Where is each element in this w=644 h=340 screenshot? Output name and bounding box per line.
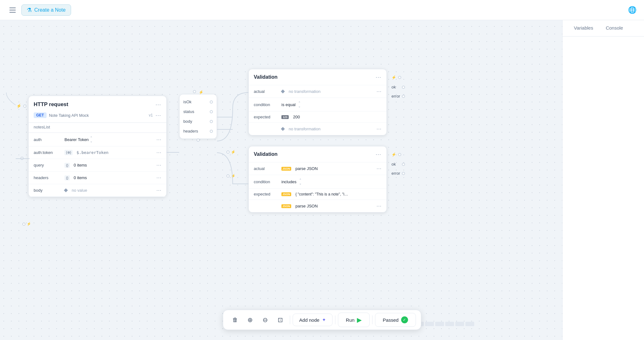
fit-button[interactable]: ⊡ xyxy=(274,313,287,327)
mini-btn-6[interactable] xyxy=(465,322,474,326)
passed-status: Passed ✓ xyxy=(375,313,416,327)
headers-icon: {} xyxy=(64,175,70,180)
toolbar-divider-3 xyxy=(372,315,372,324)
middle-row-isok: isOk xyxy=(180,97,217,107)
headers-value: 0 items xyxy=(74,175,154,180)
globe-icon[interactable]: 🌐 xyxy=(628,6,636,14)
middle-row-status: status xyxy=(180,107,217,116)
mid-lightning-left-1: ⚡ xyxy=(231,150,236,154)
middle-top-connectors: ⚡ xyxy=(193,90,203,94)
val2-error-circle xyxy=(402,172,405,175)
val1-condition-value[interactable]: is equal ⌃⌄ xyxy=(281,101,381,108)
app-title-button[interactable]: ⚗ Create a Note xyxy=(21,4,71,16)
mini-btn-2[interactable] xyxy=(425,322,434,326)
status-label: status xyxy=(183,109,194,114)
mini-btn-3[interactable] xyxy=(435,322,444,326)
sidebar-toggle[interactable] xyxy=(8,5,18,15)
tab-variables[interactable]: Variables xyxy=(568,20,599,36)
val2-actual-icon: JSON xyxy=(281,167,291,171)
validation-node-1: Validation ⋯ actual no transformation ⋯ … xyxy=(248,69,387,135)
auth-select-arrow: ⌃⌄ xyxy=(90,136,92,143)
val2-actual-label: actual xyxy=(254,166,279,171)
middle-bottom-circle xyxy=(197,137,200,143)
mini-btn-4[interactable] xyxy=(445,322,454,326)
val1-menu[interactable]: ⋯ xyxy=(375,74,381,81)
val1-transform-menu[interactable]: ⋯ xyxy=(376,126,381,132)
http-endpoint: notesList xyxy=(29,123,166,133)
run-button[interactable]: Run ▶ xyxy=(338,313,370,327)
headers-circle xyxy=(210,130,213,133)
zoom-out-button[interactable]: ⊖ xyxy=(258,313,272,327)
http-left-connectors: ⚡ xyxy=(22,222,31,226)
http-subtitle-menu[interactable]: ⋯ xyxy=(155,112,161,119)
val1-transform-icon xyxy=(281,127,285,131)
authtoken-menu[interactable]: ⋯ xyxy=(156,150,161,156)
val1-ok-circle xyxy=(402,86,405,89)
val2-actual-row: actual JSON parse JSON ⋯ xyxy=(249,162,386,175)
val2-condition-value[interactable]: includes ⌃⌄ xyxy=(281,178,381,185)
http-headers-row: headers {} 0 items ⋯ xyxy=(29,172,166,184)
body-icon xyxy=(64,188,68,192)
topbar: ⚗ Create a Note 🌐 xyxy=(0,0,644,20)
val1-actual-row: actual no transformation ⋯ xyxy=(249,85,386,98)
left-conn-1 xyxy=(22,223,25,226)
left-circle-bottom xyxy=(20,157,24,160)
http-node-menu[interactable]: ⋯ xyxy=(155,101,161,108)
val2-actual-menu[interactable]: ⋯ xyxy=(376,166,381,172)
val1-expected-label: expected xyxy=(254,115,279,119)
svg-rect-0 xyxy=(9,8,16,8)
val1-expected-icon: 123 xyxy=(281,115,289,119)
val1-condition-row: condition is equal ⌃⌄ xyxy=(249,98,386,111)
add-node-button[interactable]: Add node ✦ xyxy=(293,314,333,326)
isok-circle xyxy=(210,100,213,104)
middle-row-headers: headers xyxy=(180,126,217,136)
authtoken-label: auth:token xyxy=(34,150,62,155)
val1-error-circle xyxy=(402,95,405,98)
val1-actual-menu[interactable]: ⋯ xyxy=(376,88,381,94)
zoom-in-button[interactable]: ⊕ xyxy=(243,313,257,327)
val2-actual-value: parse JSON xyxy=(296,166,374,171)
val1-actual-icon xyxy=(281,89,285,94)
lightning-1: ⚡ xyxy=(27,222,31,226)
val2-right-circle-top xyxy=(398,153,401,156)
val2-condition-row: condition includes ⌃⌄ xyxy=(249,175,386,189)
val2-right-lightning: ⚡ xyxy=(391,152,396,157)
delete-button[interactable]: 🗑 xyxy=(228,313,242,327)
auth-menu[interactable]: ⋯ xyxy=(156,137,161,143)
val1-condition-arrow: ⌃⌄ xyxy=(298,101,301,108)
authtoken-value: $.bearerToken xyxy=(76,150,154,155)
fit-icon: ⊡ xyxy=(278,316,283,324)
middle-top-circle xyxy=(193,90,196,93)
http-authtoken-row: auth:token {⊕} $.bearerToken ⋯ xyxy=(29,146,166,159)
val2-expected-value: { "content": "This is a note", "i… xyxy=(296,192,381,196)
query-label: query xyxy=(34,163,62,167)
auth-value[interactable]: Bearer Token ⌃⌄ xyxy=(64,136,154,143)
val2-ok-circle xyxy=(402,163,405,166)
tab-console[interactable]: Console xyxy=(599,20,629,36)
mid-left-circle-1 xyxy=(226,150,230,154)
status-circle xyxy=(210,110,213,113)
val2-expected-icon: JSON xyxy=(281,192,291,196)
val2-menu[interactable]: ⋯ xyxy=(375,151,381,158)
mid-left-connectors: ⚡ ⚡ xyxy=(226,150,236,178)
middle-row-body: body xyxy=(180,116,217,126)
zoom-in-icon: ⊕ xyxy=(247,316,253,324)
query-icon: {} xyxy=(64,163,70,168)
val1-transform-value: no transformation xyxy=(289,127,374,131)
val1-error-label: error xyxy=(391,94,400,99)
val2-parsejson-icon: JSON xyxy=(281,204,291,208)
val2-parsejson-menu[interactable]: ⋯ xyxy=(376,203,381,209)
body-menu[interactable]: ⋯ xyxy=(156,187,161,193)
app-title-label: Create a Note xyxy=(34,7,66,13)
auth-label: auth xyxy=(34,137,62,142)
svg-rect-2 xyxy=(9,12,16,13)
val1-expected-row: expected 123 200 xyxy=(249,111,386,123)
val2-parsejson-value: parse JSON xyxy=(296,204,374,208)
headers-menu[interactable]: ⋯ xyxy=(156,175,161,181)
mini-btn-5[interactable] xyxy=(455,322,464,326)
http-auth-row: auth Bearer Token ⌃⌄ ⋯ xyxy=(29,133,166,146)
passed-label: Passed xyxy=(383,317,398,323)
query-menu[interactable]: ⋯ xyxy=(156,162,161,168)
add-node-icon: ✦ xyxy=(322,317,326,323)
flask-icon: ⚗ xyxy=(27,7,32,14)
